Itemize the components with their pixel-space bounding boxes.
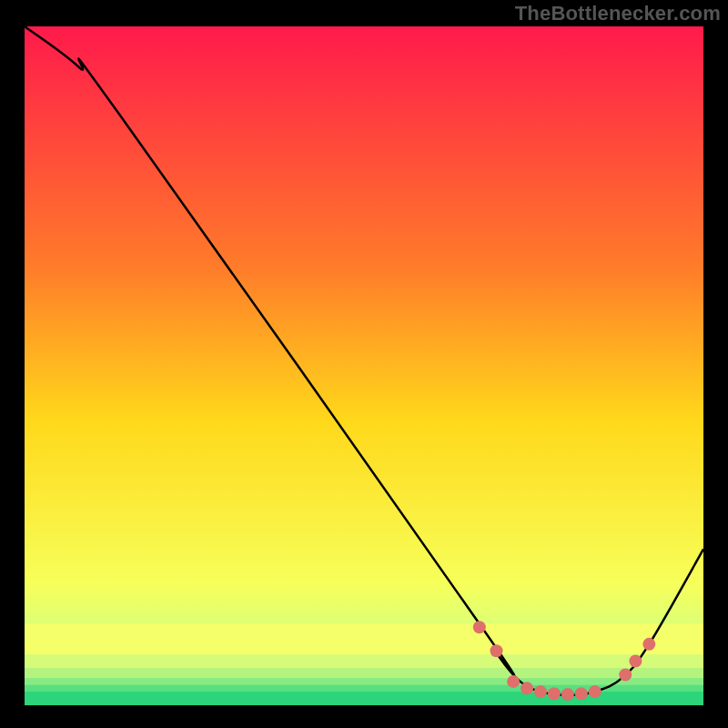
data-dot — [589, 685, 602, 698]
svg-rect-4 — [25, 654, 703, 668]
data-dot — [548, 687, 561, 700]
chart-svg — [25, 26, 703, 705]
data-dot — [561, 688, 574, 701]
data-dot — [642, 638, 655, 651]
svg-rect-0 — [25, 692, 703, 705]
data-dot — [473, 621, 486, 633]
data-dot — [619, 668, 632, 681]
data-dot — [490, 644, 502, 657]
data-dot — [629, 655, 642, 668]
bottom-bands — [25, 623, 703, 705]
svg-rect-3 — [25, 668, 703, 678]
data-dot — [507, 675, 520, 688]
gradient-background — [25, 26, 703, 705]
attribution-label: TheBottlenecker.com — [515, 2, 721, 25]
svg-rect-5 — [25, 623, 703, 654]
data-dot — [575, 687, 588, 700]
data-dot — [521, 682, 533, 694]
chart-plot-area — [25, 26, 703, 705]
svg-rect-2 — [25, 678, 703, 684]
page-root: TheBottlenecker.com — [0, 0, 728, 728]
data-dot — [534, 685, 547, 698]
